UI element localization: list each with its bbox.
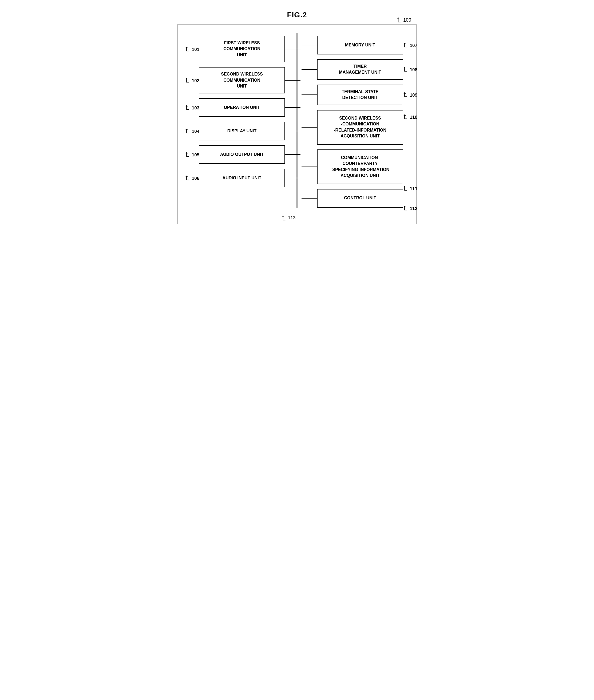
- connector-103: [285, 107, 300, 108]
- connector-109: [301, 95, 318, 95]
- ref-103: ⮤ 103: [185, 104, 199, 111]
- block-102: ⮤ 102 SECOND WIRELESSCOMMUNICATIONUNIT: [199, 67, 285, 93]
- ref-101: ⮤ 101: [185, 45, 199, 53]
- block-109: TERMINAL-STATEDETECTION UNIT ⮤ 109: [317, 85, 403, 105]
- block-102-label: SECOND WIRELESSCOMMUNICATIONUNIT: [221, 71, 263, 89]
- block-108: TIMERMANAGEMENT UNIT ⮤ 108: [317, 59, 403, 80]
- block-104: ⮤ 104 DISPLAY UNIT: [199, 122, 285, 140]
- block-103-label: OPERATION UNIT: [224, 105, 260, 110]
- right-column: MEMORY UNIT ⮤ 107 TIMERMANAGEMENT UNIT ⮤…: [301, 36, 403, 208]
- left-column: ⮤ 101 FIRST WIRELESSCOMMUNICATIONUNIT ⮤ …: [199, 36, 301, 208]
- ref-108: ⮤ 108: [403, 66, 417, 73]
- block-103: ⮤ 103 OPERATION UNIT: [199, 98, 285, 117]
- block-109-label: TERMINAL-STATEDETECTION UNIT: [341, 89, 378, 101]
- ref-111: ⮤ 111: [403, 185, 417, 192]
- connector-104: [285, 131, 300, 131]
- connector-105: [285, 154, 300, 155]
- connector-108: [301, 69, 318, 70]
- block-105-label: AUDIO OUTPUT UNIT: [220, 152, 264, 158]
- curly-100: ⮤: [396, 17, 402, 23]
- ref-107: ⮤ 107: [403, 41, 417, 49]
- block-107-label: MEMORY UNIT: [345, 42, 375, 48]
- diagram-outer: ⮤ 100 ⮤ 101 FIRST WIRELESSCOMMUNICATIONU…: [177, 25, 417, 224]
- ref-106: ⮤ 106: [185, 174, 199, 182]
- connector-110: [301, 127, 318, 128]
- connector-111: [301, 198, 318, 199]
- block-101: ⮤ 101 FIRST WIRELESSCOMMUNICATIONUNIT: [199, 36, 285, 62]
- block-110b-label: COMMUNICATION-COUNTERPARTY-SPECIFYING-IN…: [331, 155, 389, 179]
- ref-104: ⮤ 104: [185, 127, 199, 135]
- connector-107: [301, 45, 318, 45]
- ref-102: ⮤ 102: [185, 76, 199, 84]
- connector-110b: [301, 167, 318, 167]
- block-101-label: FIRST WIRELESSCOMMUNICATIONUNIT: [223, 40, 260, 58]
- figure-title: FIG.2: [177, 11, 417, 19]
- label-113: 113: [288, 215, 295, 221]
- label-113-group: ⮤ 113: [281, 215, 295, 221]
- label-100: 100: [403, 18, 411, 23]
- block-110b: COMMUNICATION-COUNTERPARTY-SPECIFYING-IN…: [317, 149, 403, 184]
- block-105: ⮤ 105 AUDIO OUTPUT UNIT: [199, 145, 285, 164]
- connector-102: [285, 80, 300, 80]
- ref-112: ⮤ 112: [403, 204, 417, 212]
- ref-109: ⮤ 109: [403, 91, 417, 98]
- connector-106: [285, 178, 300, 178]
- block-111-label: CONTROL UNIT: [344, 195, 376, 201]
- block-107: MEMORY UNIT ⮤ 107: [317, 36, 403, 55]
- block-110: SECOND WIRELESS-COMMUNICATION-RELATED-IN…: [317, 110, 403, 145]
- label-100-group: ⮤ 100: [396, 17, 411, 23]
- block-106-label: AUDIO INPUT UNIT: [223, 175, 262, 181]
- block-111: CONTROL UNIT ⮤ 111 ⮤ 112: [317, 189, 403, 208]
- block-106: ⮤ 106 AUDIO INPUT UNIT: [199, 169, 285, 187]
- ref-110: ⮤ 110: [403, 113, 417, 121]
- ref-105: ⮤ 105: [185, 151, 199, 158]
- page-container: FIG.2 ⮤ 100 ⮤ 101 FIRST WIRELESSCOMMUNIC…: [177, 11, 417, 224]
- curly-113: ⮤: [281, 215, 287, 221]
- block-108-label: TIMERMANAGEMENT UNIT: [339, 64, 381, 75]
- block-110-label: SECOND WIRELESS-COMMUNICATION-RELATED-IN…: [334, 115, 386, 139]
- connector-101: [285, 49, 300, 49]
- block-104-label: DISPLAY UNIT: [227, 128, 257, 134]
- columns: ⮤ 101 FIRST WIRELESSCOMMUNICATIONUNIT ⮤ …: [199, 36, 403, 208]
